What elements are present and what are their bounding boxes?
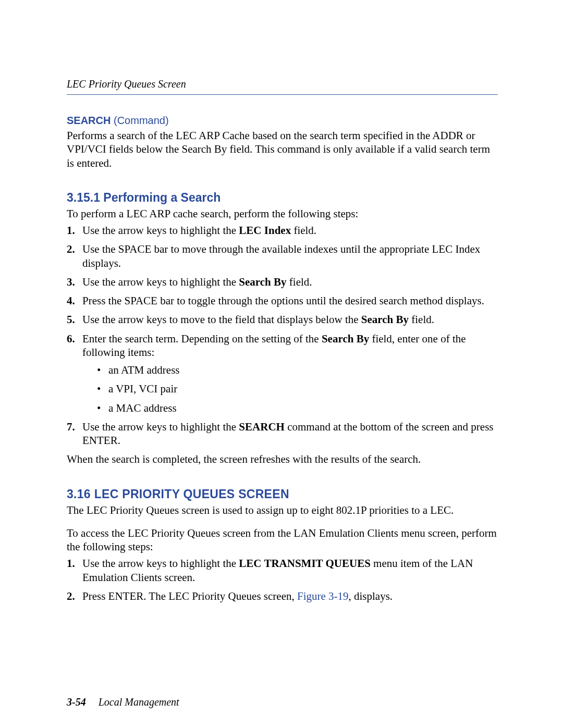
search-command-description: Performs a search of the LEC ARP Cache b…: [67, 129, 498, 170]
figure-3-19-link[interactable]: Figure 3-19: [297, 590, 349, 602]
step-3-16-1-bold: LEC TRANSMIT QUEUES: [239, 557, 370, 570]
step-4-text: Press the SPACE bar to toggle through th…: [82, 294, 484, 307]
search-command-heading: SEARCH (Command): [67, 115, 498, 127]
step-7: Use the arrow keys to highlight the SEAR…: [67, 420, 498, 448]
footer-book-title: Local Management: [99, 696, 179, 708]
running-header: LEC Priority Queues Screen: [67, 78, 498, 95]
page-footer: 3-54Local Management: [67, 696, 179, 708]
step-6: Enter the search term. Depending on the …: [67, 332, 498, 415]
step-4: Press the SPACE bar to toggle through th…: [67, 294, 498, 307]
heading-3-15-1: 3.15.1 Performing a Search: [67, 191, 498, 205]
section-3-15-1: 3.15.1 Performing a Search To perform a …: [67, 191, 498, 466]
step-3-bold: Search By: [239, 276, 286, 288]
steps-3-15-1: Use the arrow keys to highlight the LEC …: [67, 224, 498, 447]
bullet-atm: an ATM address: [97, 363, 498, 377]
heading-3-16: 3.16 LEC PRIORITY QUEUES SCREEN: [67, 487, 498, 501]
step-1-post: field.: [291, 224, 316, 237]
step-7-pre: Use the arrow keys to highlight the: [82, 421, 239, 433]
section-3-15-1-intro: To perform a LEC ARP cache search, perfo…: [67, 207, 498, 220]
step-3-16-1-pre: Use the arrow keys to highlight the: [82, 557, 239, 570]
search-command-label: SEARCH: [67, 115, 111, 126]
step-1: Use the arrow keys to highlight the LEC …: [67, 224, 498, 237]
step-5: Use the arrow keys to move to the field …: [67, 313, 498, 326]
search-command-block: SEARCH (Command) Performs a search of th…: [67, 115, 498, 170]
step-3-16-2-pre: Press ENTER. The LEC Priority Queues scr…: [82, 590, 297, 602]
section-3-16-para-1: The LEC Priority Queues screen is used t…: [67, 503, 498, 517]
step-3-16-2-post: , displays.: [349, 590, 393, 602]
step-3-post: field.: [287, 276, 312, 288]
step-7-bold: SEARCH: [239, 421, 285, 433]
section-3-16-para-2: To access the LEC Priority Queues screen…: [67, 526, 498, 554]
page: LEC Priority Queues Screen SEARCH (Comma…: [0, 0, 563, 728]
step-6-bullets: an ATM address a VPI, VCI pair a MAC add…: [97, 363, 498, 415]
step-2-text: Use the SPACE bar to move through the av…: [82, 243, 480, 269]
step-1-bold: LEC Index: [239, 224, 291, 237]
bullet-vpi-vci: a VPI, VCI pair: [97, 382, 498, 396]
step-5-pre: Use the arrow keys to move to the field …: [82, 313, 361, 326]
step-3-pre: Use the arrow keys to highlight the: [82, 276, 239, 288]
steps-3-16: Use the arrow keys to highlight the LEC …: [67, 557, 498, 603]
step-5-bold: Search By: [361, 313, 409, 326]
page-number: 3-54: [67, 696, 86, 708]
section-3-16: 3.16 LEC PRIORITY QUEUES SCREEN The LEC …: [67, 487, 498, 603]
search-command-label-suffix: (Command): [111, 115, 168, 126]
step-3-16-1: Use the arrow keys to highlight the LEC …: [67, 557, 498, 584]
step-1-pre: Use the arrow keys to highlight the: [82, 224, 239, 237]
step-3-16-2: Press ENTER. The LEC Priority Queues scr…: [67, 589, 498, 603]
bullet-mac: a MAC address: [97, 401, 498, 415]
step-6-bold: Search By: [322, 332, 369, 345]
step-2: Use the SPACE bar to move through the av…: [67, 242, 498, 270]
step-3: Use the arrow keys to highlight the Sear…: [67, 275, 498, 289]
step-5-post: field.: [409, 313, 434, 326]
section-3-15-1-closing: When the search is completed, the screen…: [67, 452, 498, 466]
step-6-pre: Enter the search term. Depending on the …: [82, 332, 322, 345]
